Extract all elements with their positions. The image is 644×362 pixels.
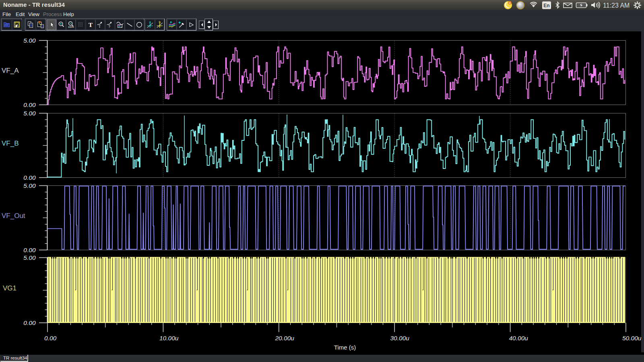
svg-text:Time (s): Time (s) — [334, 344, 356, 351]
svg-text:20.00u: 20.00u — [275, 335, 295, 341]
svg-text:b: b — [159, 20, 161, 24]
svg-text:?: ? — [109, 25, 111, 29]
svg-text:10.00u: 10.00u — [159, 335, 179, 341]
svg-text:30.00u: 30.00u — [390, 335, 410, 341]
svg-text:5.00: 5.00 — [23, 110, 36, 117]
svg-text:VF_Out: VF_Out — [2, 212, 25, 220]
svg-text:T: T — [99, 25, 101, 29]
svg-text:a: a — [149, 20, 151, 24]
svg-text:0.00: 0.00 — [23, 174, 36, 181]
svg-text:0.00: 0.00 — [23, 101, 36, 108]
svg-text:0.00: 0.00 — [44, 335, 57, 341]
svg-text:VF_A: VF_A — [2, 67, 19, 74]
svg-text:VG1: VG1 — [3, 284, 17, 292]
svg-text:VF_B: VF_B — [2, 140, 19, 147]
svg-text:100%: 100% — [68, 25, 74, 28]
svg-text:5.00: 5.00 — [23, 182, 36, 189]
svg-text:50.00u: 50.00u — [622, 335, 642, 341]
svg-text:0.00: 0.00 — [23, 319, 36, 326]
svg-text:11:23 AM: 11:23 AM — [603, 2, 630, 9]
svg-text:5.00: 5.00 — [23, 254, 36, 261]
svg-text:4: 4 — [509, 2, 511, 4]
svg-text:40.00u: 40.00u — [509, 335, 528, 341]
svg-text:T: T — [88, 21, 93, 28]
svg-text:En: En — [543, 3, 549, 8]
svg-text:0.00: 0.00 — [23, 247, 36, 253]
svg-text:5.00: 5.00 — [23, 37, 36, 44]
